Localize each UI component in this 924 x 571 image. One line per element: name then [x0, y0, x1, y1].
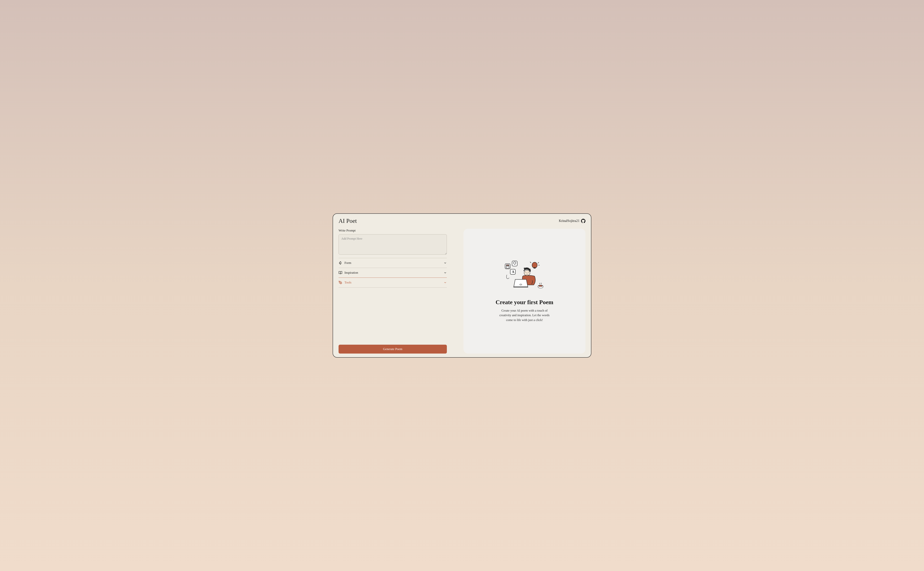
chevron-down-icon — [444, 261, 447, 265]
welcome-illustration: A — [503, 260, 546, 292]
accordion-item-inspiration[interactable]: Inspiration — [339, 268, 447, 278]
leaf-icon — [339, 261, 342, 265]
accordion-item-form[interactable]: Form — [339, 258, 447, 268]
svg-point-14 — [528, 272, 528, 273]
chevron-down-icon — [444, 281, 447, 284]
prompt-textarea[interactable] — [339, 234, 447, 255]
accordion-item-left: Form — [339, 261, 351, 265]
svg-point-12 — [524, 270, 530, 276]
generate-poem-button[interactable]: Generate Poem — [339, 345, 447, 353]
main-content: Write Prompt Form — [339, 229, 585, 353]
spacer — [339, 287, 447, 345]
accordion-item-left: Tools — [339, 281, 351, 284]
welcome-description: Create your AI poem with a touch of crea… — [497, 308, 551, 323]
accordion: Form Inspiration — [339, 258, 447, 287]
accordion-label: Form — [345, 261, 351, 265]
svg-point-18 — [539, 285, 542, 287]
app-title: AI Poet — [339, 218, 357, 224]
github-username: KrinalSojitra21 — [559, 219, 579, 223]
pen-tool-icon — [339, 281, 342, 284]
accordion-label: Tools — [345, 281, 351, 284]
svg-text:A: A — [512, 270, 514, 274]
svg-point-7 — [532, 262, 537, 268]
accordion-item-tools[interactable]: Tools — [339, 278, 447, 287]
svg-point-13 — [526, 272, 526, 273]
app-container: AI Poet KrinalSojitra21 Write Prompt — [333, 213, 591, 358]
github-icon — [581, 219, 585, 223]
svg-point-0 — [340, 282, 340, 283]
svg-line-9 — [538, 262, 539, 263]
header: AI Poet KrinalSojitra21 — [339, 218, 585, 224]
svg-rect-2 — [506, 265, 509, 265]
welcome-title: Create your first Poem — [496, 299, 553, 306]
chevron-down-icon — [444, 271, 447, 275]
right-panel: A — [464, 229, 585, 353]
left-panel: Write Prompt Form — [339, 229, 447, 353]
accordion-item-left: Inspiration — [339, 271, 358, 275]
prompt-label: Write Prompt — [339, 229, 447, 232]
accordion-label: Inspiration — [345, 271, 358, 275]
svg-line-11 — [530, 262, 531, 263]
svg-rect-8 — [534, 267, 536, 269]
book-icon — [339, 271, 342, 275]
github-link[interactable]: KrinalSojitra21 — [559, 219, 585, 223]
